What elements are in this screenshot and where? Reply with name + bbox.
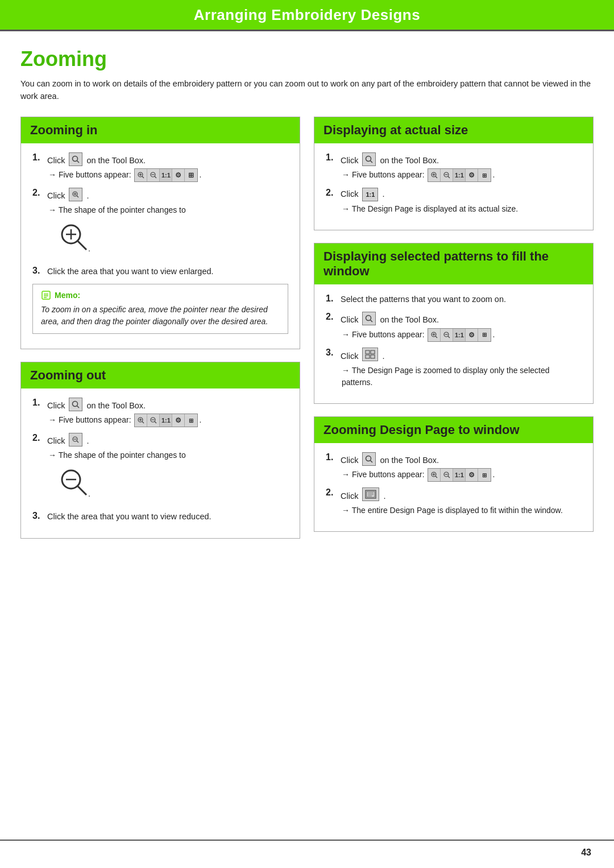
zoom-out-title: Zooming out — [30, 368, 106, 382]
actual-size-title: Displaying at actual size — [323, 123, 468, 137]
svg-line-7 — [155, 176, 156, 178]
fw-step-1: 1. Select the patterns that you want to … — [326, 294, 582, 306]
fw-step-num-3: 3. — [326, 348, 341, 358]
zoom-out-step-3: 3. Click the area that you want to view … — [32, 511, 288, 523]
zoom-in-step-3: 3. Click the area that you want to view … — [32, 266, 288, 278]
as-step1-click: Click — [341, 155, 358, 167]
dp-step2-result: → The entire Design Page is displayed to… — [341, 505, 582, 516]
fw-btn4: ⚙ — [466, 329, 478, 341]
design-page-header: Zooming Design Page to window — [314, 417, 593, 443]
zoom-out-step-2: 2. Click . → The shape of the pointer ch… — [32, 433, 288, 505]
as-step2-content: Click 1:1. → The Design Page is displaye… — [341, 188, 582, 215]
fw-step-num-1: 1. — [326, 294, 341, 304]
zo-step-num-1: 1. — [32, 398, 47, 408]
fw-btn3: 1:1 — [453, 329, 466, 341]
dp-btn1 — [428, 469, 441, 481]
svg-line-65 — [448, 476, 450, 478]
zo-btn2 — [147, 414, 160, 427]
dp-step1-on-toolbox: on the Tool Box. — [380, 454, 439, 467]
large-zoom-out-icon: . — [59, 467, 288, 501]
svg-point-45 — [366, 316, 371, 321]
dp-btn2 — [441, 469, 453, 481]
fw-step3-result: → The Design Page is zoomed to display o… — [341, 365, 582, 388]
zo-step2-click: Click — [47, 435, 65, 448]
top-banner: Arranging Embroidery Designs — [0, 0, 614, 30]
zoom-out-btn — [69, 433, 82, 447]
zoom-in-step1-content: Click on the Tool Box. → — [47, 152, 288, 183]
right-column: Displaying at actual size 1. Click — [314, 117, 594, 551]
as-btn1 — [428, 169, 441, 181]
memo-label: Memo: — [55, 291, 80, 300]
fit-window-btn — [362, 487, 379, 501]
step2-click-label: Click — [47, 190, 65, 202]
svg-rect-57 — [371, 355, 375, 358]
svg-line-24 — [142, 421, 144, 423]
zoom-in-section: Zooming in 1. Click — [20, 117, 300, 349]
step3-text: Click the area that you want to view enl… — [47, 267, 214, 276]
as-step1-on-toolbox: on the Tool Box. — [380, 155, 439, 167]
zoom-in-header: Zooming in — [21, 117, 300, 143]
svg-line-52 — [448, 336, 450, 338]
fw-btn5: ⊞ — [478, 329, 491, 341]
zoom-out-section: Zooming out 1. Click on the Tool B — [20, 362, 300, 539]
svg-point-21 — [73, 401, 78, 406]
zoom-out-header: Zooming out — [21, 362, 300, 388]
actual-size-section: Displaying at actual size 1. Click — [314, 117, 594, 231]
step-num-3: 3. — [32, 266, 47, 276]
fw-step1-text: Select the patterns that you want to zoo… — [341, 295, 506, 304]
as-step-num-1: 1. — [326, 152, 341, 163]
zo-step1-result: → Five buttons appear: 1:1 ⚙ — [47, 414, 288, 427]
svg-rect-68 — [367, 491, 375, 497]
main-content: Zooming You can zoom in to work on detai… — [0, 31, 614, 574]
btn-one-one: 1:1 — [160, 169, 172, 181]
fw-five-buttons: 1:1 ⚙ ⊞ — [428, 328, 491, 342]
actual-size-header: Displaying at actual size — [314, 117, 593, 143]
svg-line-46 — [371, 320, 373, 323]
step-num-2: 2. — [32, 188, 47, 198]
step-num-1: 1. — [32, 152, 47, 163]
zoom-in-step2-content: Click . → The shape of the pointer chang… — [47, 188, 288, 260]
left-column: Zooming in 1. Click — [20, 117, 300, 551]
zoom-in-step-1: 1. Click on the Tool Box. — [32, 152, 288, 183]
svg-line-10 — [77, 196, 78, 197]
large-zoom-in-icon: . — [59, 222, 288, 255]
fill-window-header: Displaying selected patterns to fill the… — [314, 243, 593, 284]
svg-line-31 — [77, 441, 78, 443]
dp-step1-click: Click — [341, 454, 358, 467]
btn-gear2: ⊞ — [185, 169, 197, 181]
dp-btn3: 1:1 — [453, 469, 466, 481]
dp-step-2: 2. Click — [326, 487, 582, 516]
as-step1-result: → Five buttons appear: 1:1 ⚙ — [341, 168, 582, 182]
dp-step-num-1: 1. — [326, 452, 341, 462]
two-col-layout: Zooming in 1. Click — [20, 117, 594, 551]
as-toolbox-icon — [362, 152, 376, 166]
svg-line-3 — [142, 176, 144, 178]
btn-zoom-out — [147, 169, 160, 181]
zoom-out-step3-content: Click the area that you want to view red… — [47, 511, 288, 523]
step2-result: → The shape of the pointer changes to — [47, 204, 288, 216]
svg-line-48 — [435, 336, 437, 338]
as-step-num-2: 2. — [326, 188, 341, 198]
svg-rect-55 — [371, 350, 375, 354]
zoom-out-step-1: 1. Click on the Tool Box. → Five buttons — [32, 398, 288, 428]
svg-point-36 — [366, 156, 371, 161]
as-btn5: ⊞ — [478, 169, 491, 181]
dp-step1-content: Click on the Tool Box. → Five buttons ap… — [341, 452, 582, 482]
btn-zoom-in — [135, 169, 147, 181]
zoom-out-step1-content: Click on the Tool Box. → Five buttons ap… — [47, 398, 288, 428]
as-btn2 — [441, 169, 453, 181]
zoom-in-step3-content: Click the area that you want to view enl… — [47, 266, 288, 278]
fill-window-title: Displaying selected patterns to fill the… — [323, 249, 549, 278]
dp-toolbox-icon — [362, 452, 376, 466]
one-one-btn: 1:1 — [362, 188, 378, 201]
page-title: Zooming — [20, 47, 594, 71]
five-buttons-group: 1:1 ⚙ ⊞ — [134, 168, 198, 182]
as-five-buttons: 1:1 ⚙ ⊞ — [428, 168, 491, 182]
fw-step-num-2: 2. — [326, 312, 341, 322]
zo-step2-result: → The shape of the pointer changes to — [47, 449, 288, 461]
zoom-out-body: 1. Click on the Tool Box. → Five buttons — [21, 388, 300, 538]
fw-step-3: 3. Click — [326, 348, 582, 388]
dp-step-num-2: 2. — [326, 487, 341, 498]
svg-line-43 — [448, 176, 450, 178]
as-btn3: 1:1 — [453, 169, 466, 181]
